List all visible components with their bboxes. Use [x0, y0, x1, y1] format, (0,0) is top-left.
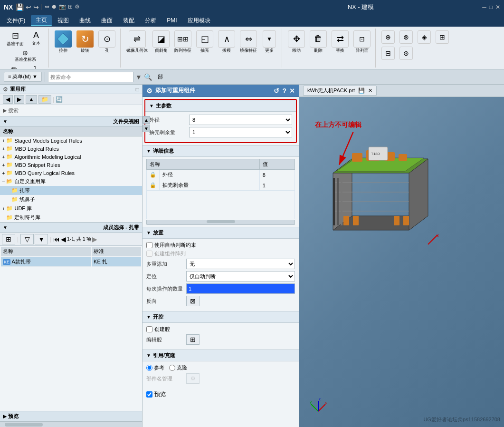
record-icon[interactable]: ⏺: [51, 3, 57, 11]
tree-item-custom[interactable]: − 📂 自定义重用库: [0, 177, 142, 186]
tool5-btn[interactable]: ⊟: [380, 46, 397, 61]
sketch-btn[interactable]: ✏ 草图: [5, 64, 24, 70]
filter-icon[interactable]: ▼: [135, 73, 142, 81]
tool3-btn[interactable]: ◈: [416, 29, 433, 45]
outer-diam-select[interactable]: 8: [189, 115, 292, 125]
shell-remain-select[interactable]: 1: [189, 127, 292, 137]
close-tab-icon[interactable]: ✕: [368, 87, 372, 93]
filter-btn[interactable]: ▽: [20, 234, 34, 244]
minimize-btn[interactable]: ─: [482, 4, 486, 10]
window-icon[interactable]: ⊞: [68, 3, 73, 11]
save-icon[interactable]: 💾: [16, 3, 24, 11]
menu-surface[interactable]: 曲面: [96, 16, 117, 26]
tree-item-zhadai[interactable]: 📁 扎带: [0, 186, 142, 195]
pattern-face-btn[interactable]: ⊡ 阵列面: [352, 29, 372, 55]
revolve-btn[interactable]: ↻ 旋转: [75, 29, 95, 55]
tree-item-snippet[interactable]: + 📁 MBD Snippet Rules: [0, 161, 142, 169]
new-folder-btn[interactable]: 📁: [38, 95, 51, 104]
projection-btn[interactable]: ⤵ 投影曲线: [25, 64, 46, 70]
tree-item-query[interactable]: + 📁 MBD Query Logical Rules: [0, 169, 142, 177]
create-cavity-check[interactable]: [146, 326, 152, 332]
refclone-header[interactable]: ▼ 引用/克隆: [143, 349, 299, 361]
tool4-btn[interactable]: ⊞: [434, 29, 451, 45]
menu-curve[interactable]: 曲线: [75, 16, 95, 26]
draft-btn[interactable]: ∧ 拔模: [216, 29, 237, 55]
ref-radio-label[interactable]: 参考: [146, 364, 164, 371]
tree-item-custom-sym[interactable]: − 📁 定制符号库: [0, 213, 142, 222]
pattern-feature-btn[interactable]: ⊞⊞ 阵列特征: [172, 29, 193, 55]
create-array-check[interactable]: [146, 251, 152, 257]
main-params-header[interactable]: ▼ 主参数: [145, 100, 296, 112]
maximize-btn[interactable]: □: [489, 4, 493, 10]
replace-btn[interactable]: ⇄ 替换: [330, 29, 351, 55]
preview-section[interactable]: ▶ 预览: [0, 411, 142, 421]
member-row-0[interactable]: KE A款扎带 KE 扎: [1, 257, 141, 267]
menu-assembly[interactable]: 装配: [118, 16, 139, 26]
mirror-icon[interactable]: ⇔: [45, 3, 49, 11]
mirror-geo-btn[interactable]: ⇌ 镜像几何体: [124, 29, 150, 55]
float-icon[interactable]: □: [136, 86, 139, 93]
search-toggle[interactable]: ▶ 搜索: [3, 107, 139, 114]
menu-file[interactable]: 文件(F): [2, 16, 30, 26]
viewport-tab-item[interactable]: kWh无人机PACK.prt 💾 ✕: [303, 86, 377, 96]
move-btn[interactable]: ✥ 移动: [286, 29, 307, 55]
shell-btn[interactable]: ◱ 抽壳: [194, 29, 215, 55]
quantity-input[interactable]: [186, 283, 295, 294]
more-btn[interactable]: ▼ 更多: [260, 29, 279, 55]
reverse-btn[interactable]: ⊠: [186, 296, 200, 306]
ref-radio[interactable]: [146, 365, 152, 371]
detail-info-header[interactable]: ▼ 详细信息: [143, 145, 299, 157]
menu-analysis[interactable]: 分析: [140, 16, 161, 26]
nav-prev-btn[interactable]: ◀: [61, 235, 66, 243]
search-icon[interactable]: 🔍: [144, 73, 152, 81]
extrude-btn[interactable]: 拉伸: [53, 29, 74, 55]
tree-item-staged[interactable]: + 📁 Staged Models Logical Rules: [0, 136, 142, 145]
chamfer-btn[interactable]: ◪ 倒斜角: [151, 29, 171, 55]
refresh-dialog-btn[interactable]: ↺: [274, 87, 279, 95]
close-dialog-btn[interactable]: ✕: [289, 87, 295, 95]
nav-first-btn[interactable]: ⏮: [53, 235, 60, 243]
side-nav-up[interactable]: ▲: [143, 116, 150, 124]
refresh-lib-btn[interactable]: 🔄: [56, 96, 63, 103]
grid-view-btn[interactable]: ⊞: [2, 234, 15, 244]
nav-forward-btn[interactable]: ▶: [14, 95, 24, 104]
horizontal-scrollbar[interactable]: [0, 421, 142, 427]
tool2-btn[interactable]: ⊗: [398, 29, 415, 45]
tree-item-mbd[interactable]: + 📁 MBD Logical Rules: [0, 145, 142, 153]
command-search-input[interactable]: [48, 72, 133, 82]
tree-item-xianbizi[interactable]: 📁 线鼻子: [0, 195, 142, 204]
datum-coord-btn[interactable]: ⊕ 基准坐标系: [13, 48, 38, 64]
detail-scrollbar[interactable]: [146, 220, 295, 225]
multi-add-select[interactable]: 无: [186, 259, 295, 269]
menu-toggle-btn[interactable]: ≡ 菜单(M) ▼: [4, 72, 42, 82]
redo-icon[interactable]: ↪: [33, 3, 39, 11]
preview-check[interactable]: [146, 391, 152, 398]
part-name-btn[interactable]: ⚙: [186, 373, 200, 384]
filter2-btn[interactable]: ▼: [35, 234, 48, 244]
edit-cavity-btn[interactable]: ⊞: [186, 334, 200, 345]
undo-icon[interactable]: ↩: [26, 3, 31, 11]
cavity-header[interactable]: ▼ 开腔: [143, 311, 299, 323]
tool1-btn[interactable]: ⊕: [380, 29, 397, 45]
menu-pmi[interactable]: PMI: [162, 16, 181, 25]
mirror-feature-btn[interactable]: ⇔ 镜像特征: [238, 29, 259, 55]
placement-header[interactable]: ▼ 放置: [143, 227, 299, 239]
nav-next-btn[interactable]: ▶: [92, 235, 97, 243]
close-btn[interactable]: ✕: [495, 4, 500, 10]
menu-view[interactable]: 视图: [53, 16, 74, 26]
clone-radio-label[interactable]: 克隆: [169, 364, 187, 371]
position-select[interactable]: 仅自动判断: [186, 271, 295, 281]
delete-btn[interactable]: 🗑 删除: [308, 29, 329, 55]
tree-item-algorithmic[interactable]: + 📁 Algorithmic Modeling Logical: [0, 153, 142, 161]
help-dialog-btn[interactable]: ?: [282, 87, 286, 95]
tree-item-udf[interactable]: + 📁 UDF 库: [0, 204, 142, 213]
text-btn[interactable]: A 文本: [27, 29, 46, 48]
screenshot-icon[interactable]: 📷: [59, 3, 66, 11]
settings-icon-panel[interactable]: ⚙: [3, 86, 8, 93]
nav-back-btn[interactable]: ◀: [3, 95, 13, 104]
tool6-btn[interactable]: ⊛: [398, 46, 415, 61]
nav-up-btn[interactable]: ▲: [26, 95, 37, 104]
clone-radio[interactable]: [169, 365, 175, 371]
side-nav-down[interactable]: ▼: [143, 125, 150, 132]
auto-constraint-check[interactable]: [146, 242, 152, 248]
